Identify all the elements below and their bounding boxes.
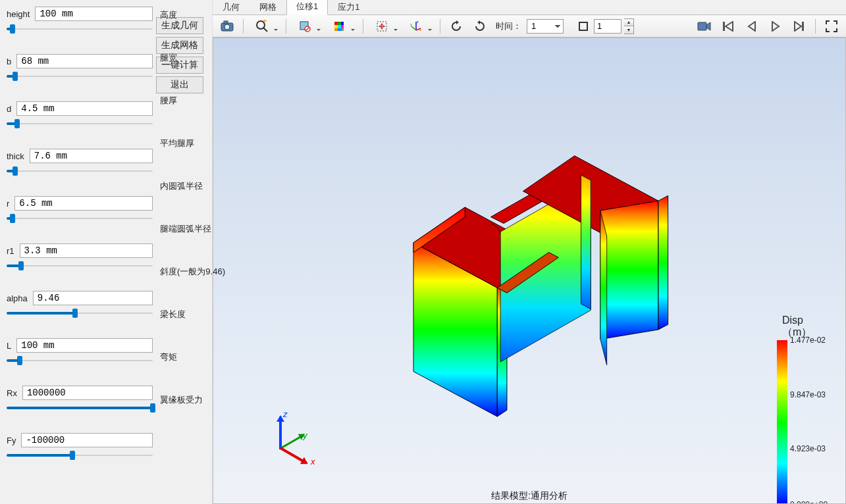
svg-line-19 (411, 26, 416, 30)
param-height-label: height (7, 9, 31, 19)
svg-text:z: z (417, 20, 419, 24)
param-r-input[interactable] (14, 196, 153, 211)
legend-tick: 4.923e-03 (790, 444, 826, 453)
param-r1-desc: 腿端圆弧半径 (160, 223, 211, 235)
screenshot-icon[interactable] (217, 16, 238, 36)
prev-frame-icon[interactable] (741, 16, 762, 36)
axis-orientation-icon[interactable]: zyx (403, 16, 435, 36)
param-alpha-input[interactable] (33, 291, 153, 305)
spinner-up-icon[interactable]: ▲ (624, 19, 633, 27)
param-Rx-label: Rx (7, 388, 18, 398)
param-thick-label: thick (7, 151, 26, 161)
param-alpha-desc: 斜度(一般为9.46) (160, 266, 225, 278)
svg-rect-15 (338, 28, 341, 31)
param-thick-input[interactable] (30, 149, 153, 163)
color-legend: Disp （m） 1.477e-029.847e-034.923e-030.00… (777, 315, 836, 504)
param-r1-label: r1 (7, 246, 16, 256)
param-alpha-slider[interactable] (7, 307, 153, 320)
svg-rect-10 (341, 22, 344, 25)
svg-rect-24 (579, 22, 587, 30)
svg-rect-8 (334, 22, 338, 25)
param-height-desc: 高度 (160, 9, 177, 21)
param-Fy-label: Fy (7, 436, 17, 445)
param-d-slider[interactable] (7, 117, 153, 130)
param-Rx-input[interactable] (22, 386, 153, 400)
svg-rect-9 (338, 22, 341, 25)
param-d-desc: 腰厚 (160, 95, 177, 107)
param-L-label: L (7, 341, 13, 351)
color-cube-icon[interactable] (326, 16, 357, 36)
param-thick-slider[interactable] (7, 164, 153, 178)
record-icon[interactable] (694, 16, 715, 36)
spinner-down-icon[interactable]: ▼ (624, 26, 633, 34)
tab-1[interactable]: 网格 (250, 0, 286, 15)
svg-line-4 (263, 28, 267, 32)
param-height-slider[interactable] (7, 22, 153, 36)
param-r-desc: 内圆弧半径 (160, 180, 203, 192)
tab-2[interactable]: 位移1 (286, 0, 328, 15)
tab-3[interactable]: 应力1 (328, 0, 369, 15)
param-thick-desc: 平均腿厚 (160, 138, 194, 149)
param-Fy-input[interactable] (21, 433, 153, 447)
zoom-icon[interactable] (249, 16, 280, 36)
result-model (384, 117, 687, 420)
fullscreen-icon[interactable] (821, 16, 842, 36)
legend-colorbar (777, 340, 787, 504)
param-r1-input[interactable] (20, 243, 153, 258)
param-L-input[interactable] (16, 338, 153, 353)
legend-tick: 1.477e-02 (790, 336, 826, 345)
time-label: 时间： (493, 20, 524, 32)
svg-rect-11 (334, 25, 338, 28)
param-Fy-desc: 翼缘板受力 (160, 394, 203, 406)
param-alpha-label: alpha (7, 293, 29, 303)
svg-rect-16 (341, 28, 344, 31)
tab-bar: 几何网格位移1应力1 (213, 0, 846, 15)
next-frame-icon[interactable] (789, 16, 810, 36)
svg-rect-13 (341, 25, 344, 28)
param-Rx-slider[interactable] (7, 401, 153, 415)
svg-point-2 (225, 24, 230, 30)
tab-0[interactable]: 几何 (213, 0, 250, 15)
svg-text:y: y (410, 22, 412, 26)
param-Rx-desc: 弯矩 (160, 351, 177, 363)
svg-marker-37 (658, 195, 668, 330)
param-b-label: b (7, 57, 13, 66)
rotate-ccw-icon[interactable] (446, 16, 467, 36)
legend-tick: 9.847e-03 (790, 390, 826, 399)
exit-button[interactable]: 退出 (156, 76, 203, 93)
selection-mode-icon[interactable] (292, 16, 323, 36)
svg-rect-1 (224, 21, 228, 24)
svg-marker-36 (600, 201, 658, 339)
time-select[interactable]: 1 (527, 19, 564, 34)
viewport-toolbar: zyx 时间： 1 ▲ ▼ (213, 15, 846, 38)
frame-spinner[interactable]: ▲ ▼ (624, 18, 634, 34)
play-icon[interactable] (765, 16, 786, 36)
stop-icon[interactable] (575, 16, 591, 36)
frame-input[interactable] (594, 19, 621, 34)
first-frame-icon[interactable] (718, 16, 739, 36)
param-b-slider[interactable] (7, 70, 153, 83)
fit-view-icon[interactable] (369, 16, 400, 36)
svg-rect-27 (802, 22, 804, 31)
axis-triad: z y x (263, 405, 323, 464)
param-r-label: r (7, 199, 11, 209)
rotate-cw-icon[interactable] (469, 16, 490, 36)
param-b-input[interactable] (16, 54, 153, 68)
param-Fy-slider[interactable] (7, 449, 153, 462)
result-model-label: 结果模型:通用分析 (491, 490, 568, 502)
svg-rect-12 (338, 25, 341, 28)
parameter-panel: height b d (0, 0, 156, 504)
svg-rect-14 (334, 28, 338, 31)
param-r-slider[interactable] (7, 212, 153, 225)
svg-marker-35 (581, 175, 591, 309)
param-d-input[interactable] (16, 101, 153, 116)
svg-marker-38 (600, 211, 607, 365)
svg-rect-25 (698, 22, 706, 30)
param-r1-slider[interactable] (7, 259, 153, 272)
legend-title: Disp (782, 315, 803, 326)
legend-tick: 0.000e+00 (790, 500, 828, 504)
action-buttons: 生成几何 生成网格 一键计算 退出 (156, 0, 212, 504)
3d-viewport[interactable]: z y x Disp （m） 1.477e-029.847e-034.923e-… (213, 38, 846, 504)
param-height-input[interactable] (35, 7, 153, 21)
param-L-slider[interactable] (7, 354, 153, 367)
